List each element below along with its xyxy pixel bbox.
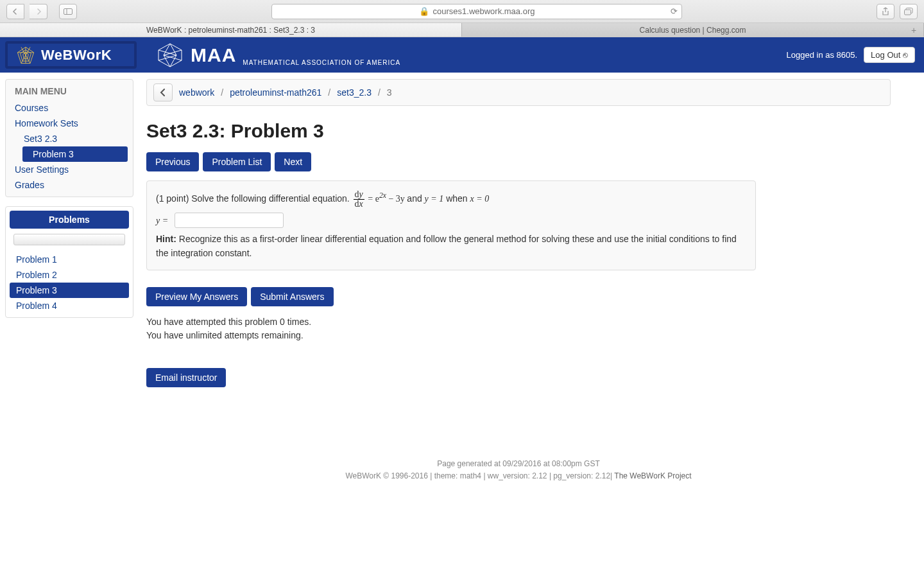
nav-forward-button[interactable] [30,4,47,19]
attempts-remaining: You have unlimited attempts remaining. [146,329,891,342]
new-tab-button[interactable]: + [906,23,921,37]
crumb-current: 3 [387,87,392,98]
problems-panel: Problems Problem 1 Problem 2 Problem 3 P… [5,206,133,318]
maa-text: MAA [191,44,236,66]
maa-logo: MAA MATHEMATICAL ASSOCIATION OF AMERICA [156,37,400,73]
reload-icon[interactable]: ⟳ [671,6,678,16]
maa-subtitle: MATHEMATICAL ASSOCIATION OF AMERICA [243,59,400,66]
lock-icon: 🔒 [419,6,429,16]
main-menu: MAIN MENU Courses Homework Sets Set3 2.3… [5,79,133,197]
browser-toolbar: 🔒 courses1.webwork.maa.org ⟳ [0,0,924,23]
sidebar-item-set[interactable]: Set3 2.3 [6,131,133,146]
preview-answers-button[interactable]: Preview My Answers [146,287,247,306]
sidebar-item-homework-sets[interactable]: Homework Sets [6,116,133,131]
spiderweb-icon [17,46,35,64]
problem-body: (1 point) Solve the following differenti… [146,180,756,270]
answer-input[interactable] [175,213,284,228]
app-header: WeBWorK MAA MATHEMATICAL ASSOCIATION OF … [0,37,924,73]
answer-label: y = [156,216,168,225]
fraction-dy-dx: dy dx [354,190,364,209]
attempts-count: You have attempted this problem 0 times. [146,315,891,329]
share-button[interactable] [877,4,894,19]
svg-rect-3 [905,10,911,15]
breadcrumb-back-button[interactable] [153,83,173,101]
main-content: webwork / petroleuminst-math261 / set3_2… [146,79,891,482]
next-button[interactable]: Next [275,152,311,171]
previous-button[interactable]: Previous [146,152,199,171]
logged-in-text: Logged in as 8605. [787,50,858,60]
problems-link-3[interactable]: Problem 3 [10,283,129,298]
sidebar-toggle-button[interactable] [59,4,77,19]
address-bar[interactable]: 🔒 courses1.webwork.maa.org ⟳ [271,4,682,19]
address-text: courses1.webwork.maa.org [433,6,535,16]
crumb-course[interactable]: petroleuminst-math261 [230,87,321,98]
footer-generated: Page generated at 09/29/2016 at 08:00pm … [146,458,891,470]
problems-link-1[interactable]: Problem 1 [10,252,129,267]
browser-tab-webwork[interactable]: WeBWorK : petroleuminst-math261 : Set3_2… [0,23,462,37]
problems-link-2[interactable]: Problem 2 [10,267,129,283]
problems-panel-title: Problems [10,211,129,229]
hint-label: Hint: [156,234,176,244]
breadcrumb: webwork / petroleuminst-math261 / set3_2… [146,79,891,106]
hint-text: Recognize this as a first-order linear d… [156,234,737,258]
sidebar-item-grades[interactable]: Grades [6,177,133,193]
problem-lead: (1 point) Solve the following differenti… [156,193,350,204]
logout-icon: ⎋ [903,50,908,60]
logout-button[interactable]: Log Out ⎋ [864,47,915,63]
main-menu-title: MAIN MENU [6,83,133,100]
page-title: Set3 2.3: Problem 3 [146,120,891,142]
submit-answers-button[interactable]: Submit Answers [251,287,333,306]
problem-list-button[interactable]: Problem List [203,152,271,171]
tabs-button[interactable] [900,4,918,19]
sidebar-item-courses[interactable]: Courses [6,100,133,116]
nav-back-button[interactable] [6,4,24,19]
svg-rect-0 [64,8,73,14]
sidebar-item-user-settings[interactable]: User Settings [6,162,133,177]
brand-logo[interactable]: WeBWorK [5,41,137,69]
email-instructor-button[interactable]: Email instructor [146,368,226,387]
crumb-set[interactable]: set3_2.3 [337,87,372,98]
brand-text: WeBWorK [41,47,112,64]
footer-project-link[interactable]: The WeBWorK Project [614,471,691,480]
problems-link-4[interactable]: Problem 4 [10,298,129,313]
icosahedron-icon [156,42,184,68]
progress-bar [13,234,125,245]
browser-tab-chegg[interactable]: Calculus question | Chegg.com [462,23,924,37]
tab-strip: WeBWorK : petroleuminst-math261 : Set3_2… [0,23,924,37]
page-footer: Page generated at 09/29/2016 at 08:00pm … [146,458,891,482]
chevron-left-icon [160,89,166,96]
sidebar-item-problem-current[interactable]: Problem 3 [22,146,128,162]
crumb-webwork[interactable]: webwork [179,87,214,98]
